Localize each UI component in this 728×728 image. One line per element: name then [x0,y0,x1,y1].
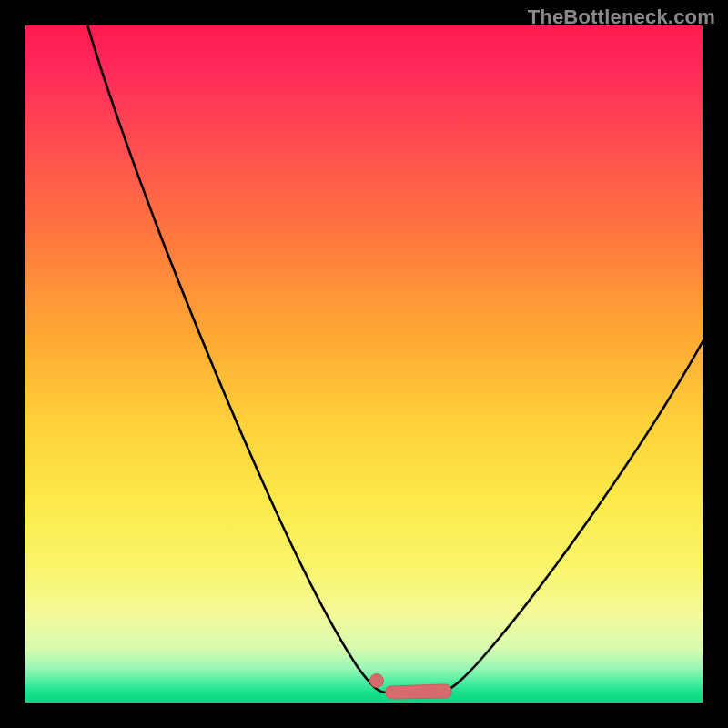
valley-dot-marker [370,674,384,688]
plot-area [25,25,703,703]
valley-capsule-marker [386,684,451,699]
curve-left-branch [86,25,379,691]
bottleneck-curve [25,25,703,703]
watermark-text: TheBottleneck.com [528,5,715,29]
curve-right-branch [446,339,703,691]
chart-frame: TheBottleneck.com [0,0,728,728]
